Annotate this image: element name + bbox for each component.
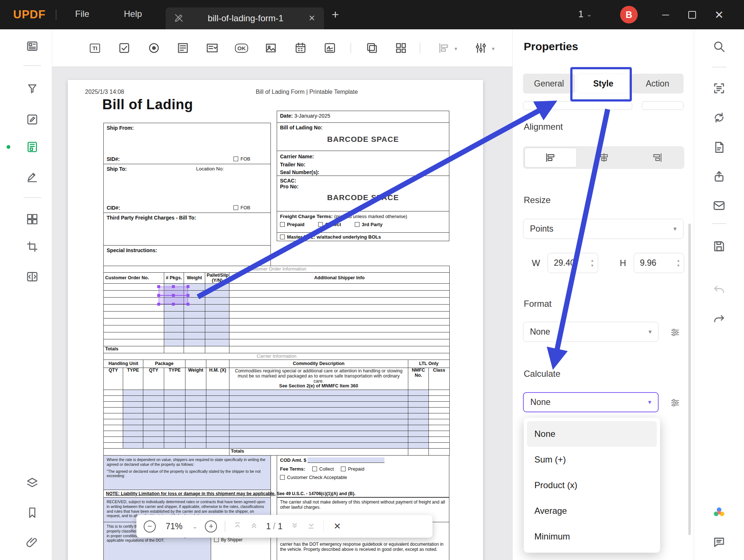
form-icon[interactable]	[25, 140, 40, 154]
fob-checkbox[interactable]	[233, 156, 238, 161]
duplicate-fields-icon[interactable]	[365, 41, 379, 55]
format-select[interactable]: None ▾	[523, 322, 659, 342]
edit-icon[interactable]	[25, 112, 40, 127]
new-tab-button[interactable]: +	[332, 7, 339, 22]
form-field-cell[interactable]	[408, 396, 429, 402]
undo-icon[interactable]	[712, 282, 726, 296]
clipped-input[interactable]	[523, 101, 632, 110]
tab-close-icon[interactable]: ✕	[306, 14, 317, 23]
form-field-cell[interactable]	[408, 431, 429, 437]
step-up-icon[interactable]: ▲	[677, 259, 680, 262]
form-field-cell[interactable]	[205, 325, 229, 332]
resize-handle[interactable]	[157, 303, 160, 306]
form-field-cell[interactable]	[408, 443, 429, 449]
step-down-icon[interactable]: ▼	[677, 264, 680, 268]
prepaid-checkbox[interactable]	[341, 467, 346, 471]
resize-handle[interactable]	[187, 285, 189, 288]
checkbox-field-icon[interactable]	[117, 41, 132, 55]
form-field-cell[interactable]	[229, 431, 408, 437]
arrange-fields-icon[interactable]	[394, 41, 408, 55]
form-field-cell[interactable]	[205, 332, 229, 339]
collect-checkbox[interactable]	[312, 467, 317, 471]
close-zoombar-icon[interactable]: ✕	[334, 521, 341, 531]
form-field-cell[interactable]	[206, 425, 229, 431]
align-right-button[interactable]	[631, 148, 683, 167]
resize-handle[interactable]	[157, 285, 160, 288]
by-shipper-checkbox[interactable]	[214, 537, 219, 542]
menu-help[interactable]: Help	[124, 9, 142, 19]
dropdown-option-minimum[interactable]: Minimum	[527, 524, 657, 549]
next-page-button[interactable]	[290, 521, 299, 531]
attachment-icon[interactable]	[25, 535, 40, 549]
form-field-cell[interactable]	[164, 325, 184, 332]
zoom-level[interactable]: 71%	[163, 522, 185, 531]
form-field-cell[interactable]	[123, 437, 143, 443]
form-field-cell[interactable]	[408, 408, 429, 413]
sign-icon[interactable]	[25, 170, 40, 184]
page-indicator[interactable]: 1 / 1	[266, 522, 283, 531]
page-count-indicator[interactable]: 1 ⌄	[578, 9, 592, 19]
form-field-cell[interactable]	[229, 443, 408, 449]
form-field-cell[interactable]	[205, 312, 229, 318]
height-input[interactable]	[640, 258, 677, 268]
form-field-cell[interactable]	[143, 402, 164, 408]
form-field-cell[interactable]	[229, 402, 408, 408]
form-field-cell[interactable]	[164, 425, 185, 431]
form-field-cell[interactable]	[123, 419, 143, 425]
form-field-cell[interactable]	[143, 408, 164, 413]
form-field-cell[interactable]	[143, 443, 164, 449]
cod-amount-field[interactable]	[307, 457, 384, 463]
form-field-cell[interactable]	[123, 431, 143, 437]
form-field-cell[interactable]	[205, 284, 229, 291]
document-tab[interactable]: bill-of-lading-form-1 ✕	[166, 7, 324, 29]
dropdown-option-product[interactable]: Product (x)	[527, 472, 657, 498]
form-field-cell[interactable]	[229, 425, 408, 431]
organize-pages-icon[interactable]	[25, 212, 40, 226]
form-field-cell[interactable]	[143, 419, 164, 425]
selected-field-group[interactable]	[159, 287, 188, 304]
form-field-cell[interactable]	[229, 437, 408, 443]
menu-file[interactable]: File	[75, 9, 89, 19]
unit-select[interactable]: Points ▾	[523, 219, 684, 239]
form-field-cell[interactable]	[205, 291, 229, 298]
form-field-cell[interactable]	[229, 390, 408, 396]
maximize-button[interactable]	[682, 0, 702, 29]
clipped-input[interactable]	[642, 101, 684, 110]
chevron-down-icon[interactable]: ▾	[454, 45, 457, 52]
form-field-cell[interactable]	[205, 305, 229, 312]
mail-icon[interactable]	[712, 199, 726, 213]
form-field-cell[interactable]	[164, 339, 184, 346]
form-field-cell[interactable]	[164, 318, 184, 325]
form-field-cell[interactable]	[123, 425, 143, 431]
form-field-cell[interactable]	[185, 402, 206, 408]
form-field-cell[interactable]	[229, 413, 408, 419]
customer-check-checkbox[interactable]	[280, 475, 285, 480]
ocr-icon[interactable]	[712, 81, 726, 95]
form-field-cell[interactable]	[206, 419, 229, 425]
tab-general[interactable]: General	[523, 74, 575, 93]
form-field-cell[interactable]	[164, 390, 185, 396]
form-field-cell[interactable]	[184, 332, 205, 339]
prepaid-checkbox[interactable]	[280, 222, 285, 227]
image-field-icon[interactable]	[264, 41, 278, 55]
field-settings-icon[interactable]	[474, 41, 488, 55]
form-field-cell[interactable]	[229, 419, 408, 425]
convert-icon[interactable]	[712, 111, 726, 125]
form-field-cell[interactable]	[206, 443, 229, 449]
form-field-cell[interactable]	[123, 443, 143, 449]
chevron-down-icon[interactable]: ▾	[492, 45, 495, 52]
signature-field-icon[interactable]	[323, 41, 337, 55]
minimize-button[interactable]: ─	[655, 0, 676, 29]
dropdown-option-average[interactable]: Average	[527, 498, 657, 524]
zoom-chevron-icon[interactable]: ⌄	[192, 523, 197, 530]
form-field-cell[interactable]	[123, 413, 143, 419]
form-field-cell[interactable]	[164, 332, 184, 339]
form-field-cell[interactable]	[229, 396, 408, 402]
form-field-cell[interactable]	[164, 419, 185, 425]
form-field-cell[interactable]	[185, 425, 206, 431]
form-field-cell[interactable]	[123, 408, 143, 413]
ai-assistant-icon[interactable]	[712, 505, 726, 519]
layers-icon[interactable]	[25, 476, 40, 490]
align-center-button[interactable]	[578, 148, 630, 167]
form-field-cell[interactable]	[185, 396, 206, 402]
